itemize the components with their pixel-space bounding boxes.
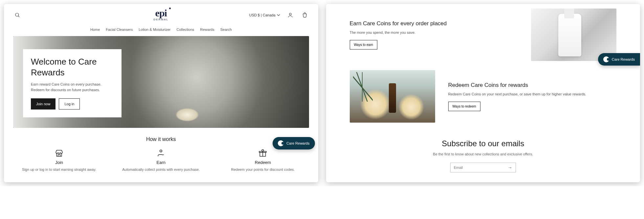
- redeem-image: [350, 70, 435, 123]
- email-submit-button[interactable]: →: [504, 165, 516, 170]
- redeem-section: Redeem Care Coins for rewards Redeem Car…: [326, 66, 640, 127]
- login-button[interactable]: Log in: [59, 98, 80, 110]
- how-col-redeem: Redeem Redeem your points for discount c…: [217, 149, 309, 172]
- hand-coin-icon: [115, 149, 207, 157]
- how-col-title: Join: [13, 160, 105, 165]
- how-col-body: Automatically collect points with every …: [115, 167, 207, 172]
- hero-body: Earn reward Care Coins on every purchase…: [31, 82, 114, 92]
- hero-title: Welcome to Care Rewards: [31, 56, 114, 78]
- how-it-works-section: How it works Join Sign up or log in to s…: [4, 133, 318, 178]
- nav-item[interactable]: Lotion & Moisturizer: [139, 28, 170, 31]
- how-col-body: Redeem your points for discount codes.: [217, 167, 309, 172]
- how-col-title: Redeem: [217, 160, 309, 165]
- nav-item[interactable]: Rewards: [200, 28, 214, 31]
- earn-section: Earn Care Coins for every order placed T…: [326, 4, 640, 66]
- rewards-launcher[interactable]: Care Rewards: [273, 137, 315, 149]
- rewards-launcher-icon: [278, 140, 284, 146]
- ways-to-earn-button[interactable]: Ways to earn: [350, 40, 378, 50]
- how-col-body: Sign up or log in to start earning strai…: [13, 167, 105, 172]
- gift-icon: [217, 149, 309, 157]
- search-icon[interactable]: [13, 11, 22, 19]
- redeem-body: Redeem Care Coins on your next purchase,…: [448, 91, 617, 97]
- svg-point-3: [160, 150, 162, 152]
- primary-nav: Home Facial Cleansers Lotion & Moisturiz…: [4, 24, 318, 36]
- ways-to-redeem-button[interactable]: Ways to redeem: [448, 102, 480, 111]
- account-icon[interactable]: [286, 11, 295, 19]
- how-title: How it works: [13, 136, 309, 142]
- site-header: epi DERMAL USD $ | Canada: [4, 4, 318, 24]
- svg-point-2: [289, 13, 291, 15]
- svg-point-0: [15, 13, 19, 16]
- cart-icon[interactable]: [300, 11, 309, 19]
- brand-logo[interactable]: epi DERMAL: [154, 9, 168, 21]
- locale-selector[interactable]: USD $ | Canada: [249, 13, 280, 17]
- how-col-title: Earn: [115, 160, 207, 165]
- nav-item[interactable]: Search: [220, 28, 232, 31]
- rewards-launcher[interactable]: Care Rewards: [598, 53, 640, 66]
- hero-card: Welcome to Care Rewards Earn reward Care…: [23, 49, 122, 117]
- storefront-lower-view: Earn Care Coins for every order placed T…: [326, 4, 640, 182]
- rewards-launcher-label: Care Rewards: [612, 57, 635, 61]
- nav-item[interactable]: Home: [90, 28, 100, 31]
- svg-line-1: [18, 16, 19, 17]
- email-form: →: [450, 163, 516, 172]
- subscribe-title: Subscribe to our emails: [333, 139, 634, 148]
- how-col-join: Join Sign up or log in to start earning …: [13, 149, 105, 172]
- storefront-icon: [13, 149, 105, 157]
- how-col-earn: Earn Automatically collect points with e…: [115, 149, 207, 172]
- email-field[interactable]: [451, 163, 504, 172]
- storefront-top-view: epi DERMAL USD $ | Canada Home Facial Cl: [4, 4, 318, 182]
- join-button[interactable]: Join now: [31, 98, 56, 110]
- chevron-down-icon: [277, 13, 280, 17]
- subscribe-section: Subscribe to our emails Be the first to …: [326, 127, 640, 182]
- earn-body: The more you spend, the more you save.: [350, 30, 518, 35]
- nav-item[interactable]: Collections: [176, 28, 194, 31]
- rewards-launcher-icon: [603, 56, 609, 62]
- nav-item[interactable]: Facial Cleansers: [106, 28, 133, 31]
- hero-banner: Welcome to Care Rewards Earn reward Care…: [13, 36, 309, 128]
- subscribe-body: Be the first to know about new collectio…: [333, 152, 634, 156]
- rewards-launcher-label: Care Rewards: [286, 141, 309, 145]
- earn-title: Earn Care Coins for every order placed: [350, 20, 518, 27]
- redeem-title: Redeem Care Coins for rewards: [448, 82, 617, 89]
